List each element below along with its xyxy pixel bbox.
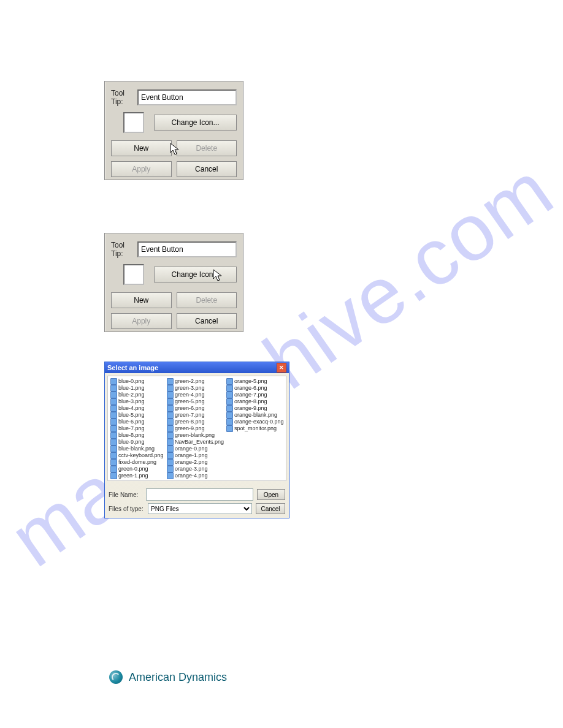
file-item[interactable]: blue-5.png [110, 412, 164, 419]
file-item[interactable]: green-3.png [167, 385, 224, 392]
file-item[interactable]: green-4.png [167, 392, 224, 398]
file-icon [167, 439, 174, 446]
files-of-type-label: Files of type: [109, 506, 144, 512]
tool-tip-input[interactable] [137, 89, 237, 105]
file-item[interactable]: orange-3.png [167, 466, 224, 472]
close-icon[interactable]: ✕ [277, 363, 286, 373]
dialog-title: Select an image [107, 364, 158, 371]
file-item[interactable]: green-0.png [110, 466, 164, 472]
file-item-label: blue-5.png [118, 412, 145, 419]
file-item[interactable]: blue-8.png [110, 432, 164, 439]
file-icon [167, 446, 174, 452]
file-icon [110, 459, 117, 466]
file-icon [110, 472, 117, 479]
file-name-input[interactable] [146, 488, 253, 501]
apply-button: Apply [111, 313, 172, 329]
tool-tip-panel-1: Tool Tip: Change Icon... New Delete Appl… [104, 81, 243, 180]
file-item[interactable]: blue-2.png [110, 392, 164, 398]
file-item[interactable]: blue-3.png [110, 398, 164, 405]
file-item[interactable]: fixed-dome.png [110, 459, 164, 466]
file-icon [167, 405, 174, 412]
cancel-button[interactable]: Cancel [177, 313, 237, 329]
file-item-label: orange-blank.png [234, 412, 277, 419]
file-icon [110, 432, 117, 439]
file-item-label: blue-6.png [118, 419, 145, 425]
file-item-label: cctv-keyboard.png [118, 452, 164, 459]
tool-tip-label: Tool Tip: [111, 89, 134, 106]
file-item[interactable]: green-9.png [167, 425, 224, 432]
file-item[interactable]: orange-8.png [226, 398, 283, 405]
file-item-label: green-6.png [175, 405, 205, 412]
change-icon-button[interactable]: Change Icon... [154, 115, 237, 131]
file-item[interactable]: orange-5.png [226, 378, 283, 385]
file-icon [110, 378, 117, 385]
file-item[interactable]: green-blank.png [167, 432, 224, 439]
file-item[interactable]: blue-0.png [110, 378, 164, 385]
file-item-label: green-5.png [175, 398, 205, 405]
file-icon [226, 419, 233, 425]
file-item-label: green-1.png [118, 472, 148, 479]
file-icon [167, 412, 174, 419]
file-item[interactable]: green-1.png [110, 472, 164, 479]
new-button[interactable]: New [111, 140, 172, 156]
file-item[interactable]: blue-9.png [110, 439, 164, 446]
file-item-label: green-4.png [175, 392, 205, 398]
file-item[interactable]: orange-7.png [226, 392, 283, 398]
open-button[interactable]: Open [257, 489, 285, 500]
cancel-button[interactable]: Cancel [177, 161, 237, 177]
file-item-label: blue-blank.png [118, 446, 155, 452]
file-item[interactable]: green-5.png [167, 398, 224, 405]
file-item[interactable]: blue-6.png [110, 419, 164, 425]
file-icon [110, 405, 117, 412]
file-item-label: blue-1.png [118, 385, 145, 392]
file-icon [226, 425, 233, 432]
file-item-label: orange-4.png [175, 472, 208, 479]
file-item-label: green-3.png [175, 385, 205, 392]
file-icon [226, 385, 233, 392]
file-item[interactable]: cctv-keyboard.png [110, 452, 164, 459]
file-icon [167, 432, 174, 439]
new-button[interactable]: New [111, 292, 172, 308]
file-item[interactable]: green-8.png [167, 419, 224, 425]
file-icon [167, 392, 174, 398]
file-item-label: orange-exacq-0.png [234, 419, 284, 425]
file-item-label: spot_monitor.png [234, 425, 277, 432]
file-item[interactable]: orange-9.png [226, 405, 283, 412]
file-item[interactable]: orange-blank.png [226, 412, 283, 419]
file-item[interactable]: green-2.png [167, 378, 224, 385]
change-icon-button[interactable]: Change Icon... [154, 267, 237, 282]
brand-text: American Dynamics [129, 671, 227, 684]
file-item[interactable]: blue-4.png [110, 405, 164, 412]
file-item[interactable]: green-6.png [167, 405, 224, 412]
file-item-label: orange-8.png [234, 398, 267, 405]
file-item[interactable]: orange-4.png [167, 472, 224, 479]
file-item-label: orange-3.png [175, 466, 208, 472]
apply-button: Apply [111, 161, 172, 177]
file-icon [110, 452, 117, 459]
file-item-label: blue-2.png [118, 392, 145, 398]
file-item[interactable]: orange-0.png [167, 446, 224, 452]
file-item-label: orange-6.png [234, 385, 267, 392]
file-item[interactable]: green-7.png [167, 412, 224, 419]
file-item[interactable]: blue-blank.png [110, 446, 164, 452]
file-icon [110, 398, 117, 405]
file-icon [167, 425, 174, 432]
file-icon [167, 472, 174, 479]
file-item-label: green-blank.png [175, 432, 215, 439]
tool-tip-panel-2: Tool Tip: Change Icon... New Delete Appl… [104, 233, 243, 332]
file-item[interactable]: blue-7.png [110, 425, 164, 432]
files-of-type-select[interactable]: PNG Files [148, 503, 252, 514]
file-item[interactable]: orange-1.png [167, 452, 224, 459]
file-item[interactable]: spot_monitor.png [226, 425, 283, 432]
cancel-button[interactable]: Cancel [256, 503, 285, 514]
file-icon [110, 466, 117, 472]
tool-tip-input[interactable] [137, 241, 237, 257]
file-icon [167, 452, 174, 459]
file-item[interactable]: orange-2.png [167, 459, 224, 466]
file-item[interactable]: orange-6.png [226, 385, 283, 392]
file-item[interactable]: blue-1.png [110, 385, 164, 392]
file-item[interactable]: NavBar_Events.png [167, 439, 224, 446]
file-item[interactable]: orange-exacq-0.png [226, 419, 283, 425]
file-icon [226, 412, 233, 419]
file-item-label: blue-8.png [118, 432, 145, 439]
